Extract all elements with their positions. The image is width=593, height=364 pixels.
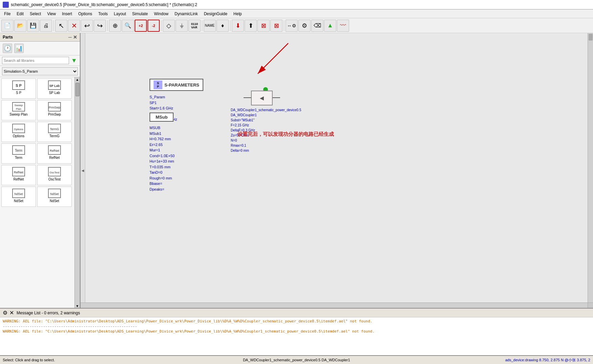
- prmswp-icon: PrmSwp: [48, 102, 61, 112]
- msub-params: MSUB MSub1 H=0.762 mm Er=2.65 Mur=1 Cond…: [150, 125, 175, 192]
- osctest-icon: OscTest: [48, 167, 61, 177]
- menu-simulate[interactable]: Simulate: [130, 11, 151, 17]
- menu-help[interactable]: Help: [231, 11, 245, 17]
- menu-insert[interactable]: Insert: [59, 11, 75, 17]
- menu-designguide[interactable]: DesignGuide: [201, 11, 230, 17]
- select-button[interactable]: ↖: [55, 20, 67, 32]
- msg-clear-icon[interactable]: ✕: [9, 310, 14, 316]
- parts-minimize-btn[interactable]: ─: [68, 34, 72, 40]
- undo-button[interactable]: ↩: [81, 20, 93, 32]
- menu-select[interactable]: Select: [27, 11, 44, 17]
- menu-bar: File Edit Select View Insert Options Too…: [0, 9, 593, 18]
- svg-text:Sweep: Sweep: [15, 104, 23, 107]
- parts-item-refnet[interactable]: RefNet RefNet: [37, 143, 72, 164]
- coupler-box[interactable]: ◄: [251, 91, 273, 105]
- parts-item-refnetd[interactable]: RefNet RefNet: [1, 165, 36, 185]
- svg-text:TermG: TermG: [50, 127, 59, 131]
- parts-grid-container: S P S P SP Lab SP Lab: [0, 77, 80, 308]
- parts-item-splab[interactable]: SP Lab SP Lab: [37, 78, 72, 99]
- menu-window[interactable]: Window: [151, 11, 171, 17]
- ground-button[interactable]: ⏚: [176, 20, 188, 32]
- menu-dynamiclink[interactable]: DynamicLink: [172, 11, 201, 17]
- msub-box[interactable]: MSub: [150, 113, 174, 122]
- sparams-label: S-PARAMETERS: [164, 82, 199, 88]
- menu-options[interactable]: Options: [75, 11, 95, 17]
- svg-text:OscTest: OscTest: [50, 171, 60, 174]
- message-content: WARNING: AEL file: "C:\Users\Administrat…: [0, 317, 593, 355]
- zoom-button[interactable]: 🔍: [122, 20, 134, 32]
- wave-button[interactable]: 〰: [337, 20, 349, 32]
- parts-clock-icon[interactable]: 🕐: [3, 44, 12, 53]
- menu-tools[interactable]: Tools: [96, 11, 111, 17]
- canvas-area[interactable]: ◀ SP S-PARAMETERS: [81, 33, 593, 308]
- port-button[interactable]: ◇: [163, 20, 175, 32]
- coupler-p6: Rmax=0.1: [231, 143, 301, 148]
- sp-param-0: S_Param: [150, 94, 203, 100]
- parts-item-prmswp[interactable]: PrmSwp PrmSwp: [37, 100, 72, 120]
- parts-item-term[interactable]: Term Term: [1, 143, 36, 164]
- term-icon: Term: [12, 145, 25, 155]
- svg-text:Options: Options: [14, 128, 23, 131]
- open-button[interactable]: 📂: [14, 20, 26, 32]
- splab-label: SP Lab: [49, 91, 60, 95]
- parts-library-icon[interactable]: 📊: [14, 44, 24, 53]
- msub-p5: Cond=1.0E+50: [150, 153, 175, 159]
- zoom-minus2-button[interactable]: -2: [147, 20, 160, 32]
- hier1-button[interactable]: ⊠: [257, 20, 270, 32]
- menu-view[interactable]: View: [44, 11, 59, 17]
- coupler-block[interactable]: ◄ DA_WDCoupler1_schematic_power_device0.…: [251, 91, 273, 105]
- svg-text:RefNet: RefNet: [50, 149, 60, 152]
- canvas-hscrollbar[interactable]: [81, 302, 588, 308]
- title-bar: schematic_power_device0.5 [Power_Divice_…: [0, 0, 593, 9]
- var-button[interactable]: 0110VAR: [188, 20, 201, 32]
- parts-category-dropdown[interactable]: Simulation-S_Param Simulation-DC Simulat…: [2, 67, 78, 75]
- svg-text:NdSet: NdSet: [14, 192, 23, 196]
- new-button[interactable]: 📄: [1, 20, 14, 32]
- parts-item-osctest[interactable]: OscTest OscTest: [37, 165, 72, 185]
- parts-item-options[interactable]: Options Options: [1, 122, 36, 142]
- zoom-plus2-button[interactable]: +2: [135, 20, 147, 32]
- save-button[interactable]: 💾: [27, 20, 39, 32]
- svg-text:SP Lab: SP Lab: [49, 84, 60, 88]
- scroll-down-btn[interactable]: ▼: [76, 304, 79, 308]
- parts-item-sweepplan[interactable]: Sweep Plan Sweep Plan: [1, 100, 36, 120]
- scroll-thumb[interactable]: [75, 83, 79, 96]
- probe-button[interactable]: ♦: [216, 20, 229, 32]
- msub-p6: Hu=1e+33 mm: [150, 159, 175, 164]
- parts-item-ndset2[interactable]: NdSet NdSet: [37, 187, 72, 207]
- parts-search-input[interactable]: [2, 57, 69, 64]
- print-button[interactable]: 🖨: [40, 20, 52, 32]
- parts-scrollbar[interactable]: ▲ ▼: [74, 77, 80, 308]
- menu-file[interactable]: File: [1, 11, 13, 17]
- delete-button[interactable]: ✕: [68, 20, 80, 32]
- menu-edit[interactable]: Edit: [14, 11, 26, 17]
- macro-button[interactable]: ↔⚙: [286, 20, 298, 32]
- parts-item-termg[interactable]: TermG TermG: [37, 122, 72, 142]
- parts-close-btn[interactable]: ✕: [73, 34, 77, 40]
- scroll-up-btn[interactable]: ▲: [76, 78, 79, 81]
- coupler-p2: F=2.15 GHz: [231, 123, 301, 128]
- parts-dropdown-row: Simulation-S_Param Simulation-DC Simulat…: [0, 66, 80, 77]
- parts-item-ndset1[interactable]: NdSet NdSet: [1, 187, 36, 207]
- upload-button[interactable]: ⬆: [245, 20, 257, 32]
- canvas-vscrollbar[interactable]: [588, 33, 593, 302]
- coupler-p5: N=0: [231, 138, 301, 143]
- sep6: [284, 20, 284, 31]
- filter2-button[interactable]: ⌫: [311, 20, 323, 32]
- termg-icon: TermG: [48, 123, 61, 134]
- add-wire-button[interactable]: ⊕: [109, 20, 121, 32]
- hier2-button[interactable]: ⊠: [270, 20, 282, 32]
- gear-button[interactable]: ⚙: [298, 20, 311, 32]
- arrow-up-button[interactable]: ▲: [324, 20, 336, 32]
- download-button[interactable]: ⬇: [232, 20, 244, 32]
- sparams-box[interactable]: SP S-PARAMETERS: [150, 79, 203, 91]
- msg-settings-icon[interactable]: ⚙: [3, 310, 7, 316]
- canvas-scroll-corner: [588, 302, 593, 308]
- sep4: [202, 20, 202, 31]
- parts-item-sp[interactable]: S P S P: [1, 78, 36, 99]
- vscroll-thumb[interactable]: [589, 34, 593, 41]
- parts-filter-btn[interactable]: ▼: [70, 57, 78, 64]
- net-name-button[interactable]: NAME: [204, 20, 216, 32]
- redo-button[interactable]: ↪: [94, 20, 106, 32]
- menu-layout[interactable]: Layout: [111, 11, 129, 17]
